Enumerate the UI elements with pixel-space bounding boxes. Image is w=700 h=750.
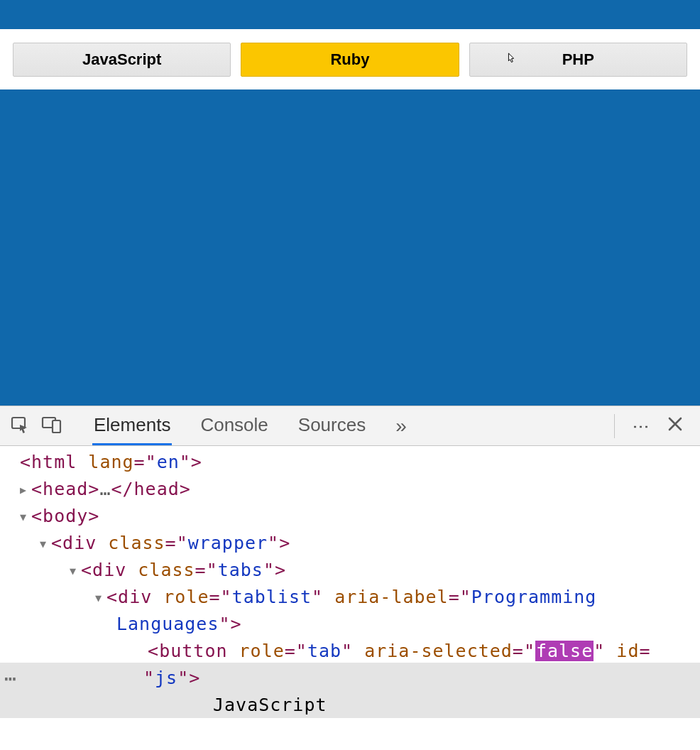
devtools-tab-sources[interactable]: Sources	[297, 406, 367, 445]
page-preview: JavaScript Ruby PHP	[0, 0, 700, 406]
toolbar-divider	[614, 414, 615, 438]
tabs-container: JavaScript Ruby PHP	[0, 29, 700, 89]
dom-line-button-cont[interactable]: "js">	[0, 665, 700, 692]
dom-line-button-text[interactable]: JavaScript	[0, 692, 700, 719]
selected-row-ellipsis-icon: ⋯	[4, 664, 15, 695]
tab-php-label: PHP	[562, 50, 594, 69]
devtools-tab-elements[interactable]: Elements	[92, 406, 172, 445]
dom-line-html[interactable]: <html lang="en">	[0, 449, 700, 476]
device-toggle-icon[interactable]	[41, 414, 62, 438]
inspect-element-icon[interactable]	[10, 415, 30, 438]
tabpanel-area	[0, 89, 700, 406]
tab-php[interactable]: PHP	[469, 43, 687, 77]
dom-line-head[interactable]: <head>…</head>	[0, 476, 700, 503]
pointer-cursor-icon	[504, 52, 518, 67]
svg-rect-2	[53, 420, 60, 433]
dom-line-tablist[interactable]: <div role="tablist" aria-label="Programm…	[0, 584, 700, 611]
devtools-icon-group	[7, 414, 71, 438]
tab-javascript[interactable]: JavaScript	[13, 43, 231, 77]
dom-tree[interactable]: ⋯ <html lang="en"> <head>…</head> <body>…	[0, 446, 700, 750]
kebab-menu-icon[interactable]: ⋮	[638, 418, 645, 433]
tab-ruby[interactable]: Ruby	[241, 43, 459, 77]
dom-line-tabs[interactable]: <div class="tabs">	[0, 557, 700, 584]
devtools-tab-console[interactable]: Console	[199, 406, 269, 445]
dom-line-wrapper[interactable]: <div class="wrapper">	[0, 530, 700, 557]
devtools-toolbar: Elements Console Sources » ⋮	[0, 406, 700, 446]
dom-line-body[interactable]: <body>	[0, 503, 700, 530]
devtools-tabs: Elements Console Sources	[92, 406, 367, 445]
dom-line-button[interactable]: <button role="tab" aria-selected="false"…	[0, 638, 700, 665]
devtools-panel: Elements Console Sources » ⋮ ⋯ <html lan…	[0, 406, 700, 750]
page-top-strip	[0, 0, 700, 29]
devtools-toolbar-right: ⋮	[614, 414, 693, 438]
dom-line-tablist-cont[interactable]: Languages">	[0, 611, 700, 638]
close-icon[interactable]	[667, 416, 683, 436]
devtools-tabs-overflow-icon[interactable]: »	[395, 415, 407, 438]
